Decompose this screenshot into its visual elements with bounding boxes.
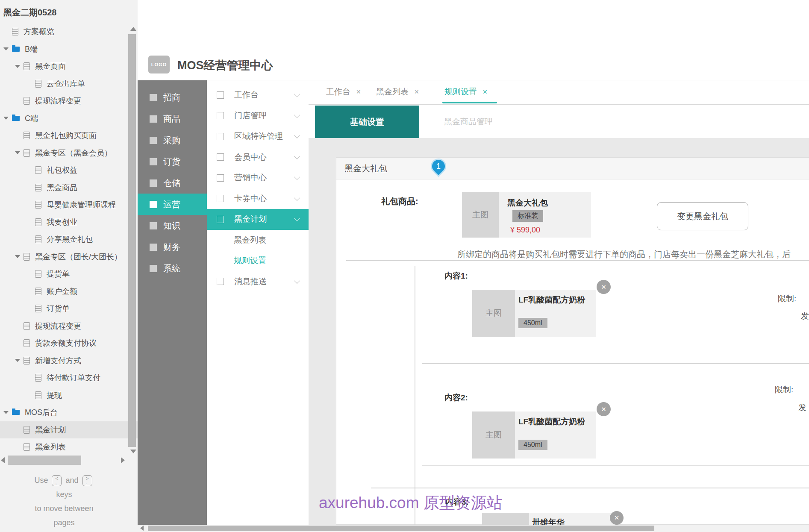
sitemap-item-label: 黑金专区（团长/大团长）	[35, 252, 122, 262]
scroll-left-arrow-icon[interactable]	[1, 457, 5, 463]
expand-arrow-icon[interactable]	[15, 255, 20, 258]
scrollbar-thumb[interactable]	[148, 526, 654, 531]
subnav-item-message-push[interactable]: 消息推送	[207, 271, 309, 292]
sitemap-item[interactable]: 礼包权益	[0, 162, 138, 179]
module-icon	[150, 158, 157, 165]
sitemap-item[interactable]: MOS后台	[0, 404, 138, 421]
checkbox-icon[interactable]	[217, 133, 224, 140]
sitemap-item[interactable]: 提现	[0, 387, 138, 404]
sitemap-item-label: 分享黑金礼包	[47, 234, 93, 244]
sitemap-sidebar: 黑金二期0528 方案概览 B端 黑金页面 云仓出库单 提现流程变更 C端 黑金…	[0, 0, 138, 532]
close-icon[interactable]: ✕	[356, 88, 361, 95]
sitemap-item-label: 礼包权益	[47, 165, 77, 175]
close-icon[interactable]: ✕	[482, 88, 488, 95]
divider	[422, 465, 809, 466]
sidebar-vertical-scrollbar[interactable]	[128, 34, 136, 447]
checkbox-icon[interactable]	[217, 278, 224, 285]
checkbox-icon[interactable]	[217, 91, 224, 99]
sitemap-item[interactable]: 提现流程变更	[0, 317, 138, 335]
tab-rule-settings-active[interactable]: 规则设置✕	[444, 80, 488, 103]
content1-label: 内容1:	[444, 270, 468, 282]
scroll-up-arrow-icon[interactable]	[130, 27, 136, 31]
subnav-item-member-center[interactable]: 会员中心	[207, 147, 309, 168]
sitemap-item-selected[interactable]: 黑金计划	[0, 421, 138, 439]
app-window: 黑金二期0528 方案概览 B端 黑金页面 云仓出库单 提现流程变更 C端 黑金…	[0, 0, 809, 532]
subnav-item-heijin-list[interactable]: 黑金列表	[207, 230, 309, 251]
nav-item-zhaoshang[interactable]: 招商	[138, 87, 207, 108]
hint-text: pages	[53, 518, 74, 527]
sitemap-item[interactable]: 方案概览	[0, 23, 138, 41]
sitemap-item[interactable]: 新增支付方式	[0, 352, 138, 370]
page-icon	[24, 357, 30, 364]
subnav-item-workbench[interactable]: 工作台	[207, 85, 309, 106]
sitemap-item[interactable]: 提货单	[0, 265, 138, 283]
nav-item-shangpin[interactable]: 商品	[138, 108, 207, 129]
nav-item-xitong[interactable]: 系统	[138, 258, 207, 279]
folder-icon	[12, 410, 20, 415]
expand-arrow-icon[interactable]	[15, 65, 20, 68]
sitemap-item[interactable]: C端	[0, 110, 138, 127]
change-gift-button[interactable]: 变更黑金礼包	[657, 202, 748, 230]
checkbox-icon[interactable]	[217, 174, 224, 182]
sitemap-item[interactable]: 订货单	[0, 300, 138, 317]
scroll-left-arrow-icon[interactable]	[140, 526, 144, 531]
page-icon	[24, 62, 30, 70]
sitemap-item[interactable]: 云仓出库单	[0, 75, 138, 93]
tab-workbench[interactable]: 工作台✕	[326, 80, 361, 103]
page-icon	[24, 149, 30, 157]
sitemap-item[interactable]: 黑金专区（黑金会员）	[0, 144, 138, 162]
sitemap-item[interactable]: 母婴健康管理师课程	[0, 196, 138, 214]
sitemap-item[interactable]: 待付款订单支付	[0, 369, 138, 387]
checkbox-icon[interactable]	[217, 216, 224, 223]
page-icon	[35, 201, 41, 209]
nav-item-cangchu[interactable]: 仓储	[138, 172, 207, 194]
checkbox-icon[interactable]	[217, 112, 224, 119]
module-icon	[150, 94, 157, 101]
tab-heijin-list[interactable]: 黑金列表✕	[376, 80, 419, 103]
sitemap-item[interactable]: 账户金额	[0, 283, 138, 300]
nav-item-dinghuo[interactable]: 订货	[138, 151, 207, 172]
sitemap-item[interactable]: 黑金商品	[0, 179, 138, 197]
scroll-down-arrow-icon[interactable]	[130, 450, 136, 453]
content2-remove-button[interactable]: ✕	[597, 402, 611, 416]
subnav-item-heijin-plan-selected[interactable]: 黑金计划	[207, 209, 309, 230]
expand-arrow-icon[interactable]	[3, 47, 9, 50]
scroll-right-arrow-icon[interactable]	[121, 457, 125, 463]
expand-arrow-icon[interactable]	[3, 411, 9, 414]
tab-basic-settings-active[interactable]: 基础设置	[315, 106, 419, 138]
expand-arrow-icon[interactable]	[15, 359, 20, 362]
main-horizontal-scrollbar[interactable]	[138, 525, 809, 532]
app-title: MOS经营管理中心	[177, 58, 273, 73]
tab-heijin-goods-mgmt[interactable]: 黑金商品管理	[419, 106, 518, 138]
content3-remove-button[interactable]: ✕	[610, 511, 624, 525]
expand-arrow-icon[interactable]	[15, 151, 20, 154]
sitemap-item[interactable]: 提现流程变更	[0, 92, 138, 110]
sitemap-item[interactable]: 黑金列表	[0, 438, 138, 456]
checkbox-icon[interactable]	[217, 195, 224, 202]
sitemap-item[interactable]: 黑金专区（团长/大团长）	[0, 248, 138, 266]
sitemap-item[interactable]: 黑金页面	[0, 58, 138, 75]
nav-item-caigou[interactable]: 采购	[138, 129, 207, 151]
content1-remove-button[interactable]: ✕	[597, 280, 611, 294]
subnav-item-store-mgmt[interactable]: 门店管理	[207, 106, 309, 126]
sitemap-item[interactable]: 分享黑金礼包	[0, 231, 138, 248]
sitemap-item[interactable]: B端	[0, 41, 138, 58]
checkbox-icon[interactable]	[217, 153, 224, 161]
sitemap-item-label: 黑金页面	[35, 61, 66, 71]
nav-item-caiwu[interactable]: 财务	[138, 236, 207, 258]
expand-arrow-icon[interactable]	[3, 117, 9, 120]
close-icon[interactable]: ✕	[414, 88, 419, 95]
subnav-item-coupon-center[interactable]: 卡券中心	[207, 188, 309, 209]
subnav-item-marketing-center[interactable]: 营销中心	[207, 168, 309, 188]
sitemap-item[interactable]: 我要创业	[0, 214, 138, 231]
card-header: 黑金大礼包	[336, 157, 809, 179]
sidebar-horizontal-scrollbar[interactable]	[8, 456, 81, 465]
sitemap-item[interactable]: 货款余额支付协议	[0, 335, 138, 352]
nav-item-yunying-active[interactable]: 运营	[138, 194, 207, 215]
subnav-item-region-franchise[interactable]: 区域特许管理	[207, 126, 309, 147]
folder-icon	[12, 47, 20, 52]
subnav-item-rule-settings-active[interactable]: 规则设置	[207, 250, 309, 271]
page-icon	[35, 184, 41, 191]
nav-item-zhishi[interactable]: 知识	[138, 215, 207, 236]
sitemap-item[interactable]: 黑金礼包购买页面	[0, 127, 138, 144]
